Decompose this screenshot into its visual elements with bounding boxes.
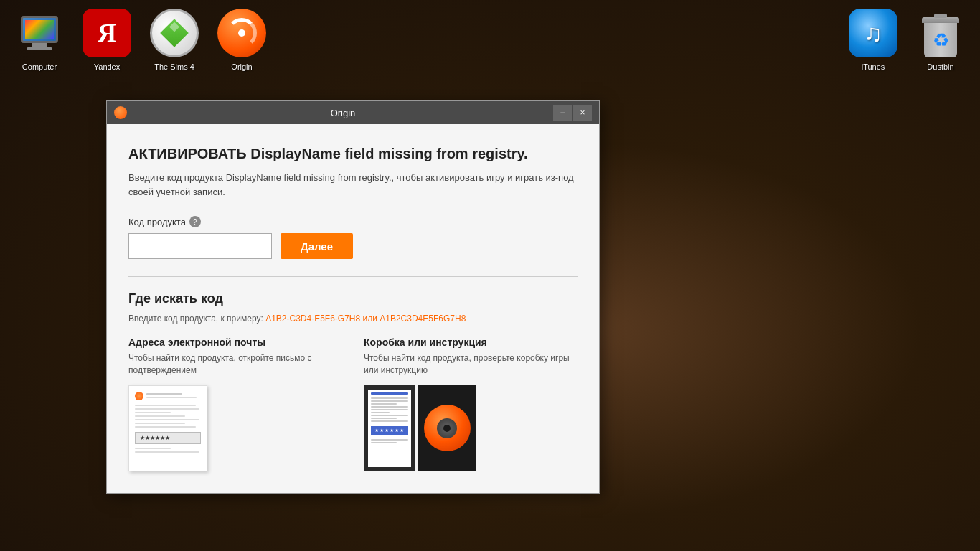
box-cd-case — [418, 385, 476, 471]
dustbin-icon: ♻ — [919, 9, 962, 57]
itunes-icon: ♫ — [849, 9, 897, 57]
computer-icon — [21, 16, 58, 50]
email-column: Адреса электронной почты Чтобы найти код… — [128, 336, 342, 471]
close-button[interactable]: × — [573, 105, 592, 121]
origin-desktop-icon — [217, 9, 266, 57]
where-columns: Адреса электронной почты Чтобы найти код… — [128, 336, 578, 471]
desktop-icon-yandex[interactable]: Я Yandex — [75, 3, 139, 76]
activate-title: АКТИВИРОВАТЬ DisplayName field missing f… — [128, 146, 578, 162]
box-document: ★★★★★★ — [364, 385, 415, 471]
email-mockup-image: ★★★★★★ — [128, 385, 207, 471]
desktop-icon-dustbin[interactable]: ♻ Dustbin — [908, 3, 973, 76]
product-key-input[interactable] — [128, 233, 272, 259]
box-col-desc: Чтобы найти код продукта, проверьте коро… — [364, 352, 578, 377]
email-col-desc: Чтобы найти код продукта, откройте письм… — [128, 352, 342, 377]
product-key-label: Код продукта ? — [128, 216, 578, 227]
email-col-title: Адреса электронной почты — [128, 336, 342, 348]
sims-icon-label: The Sims 4 — [154, 62, 194, 72]
minimize-button[interactable]: − — [553, 105, 572, 121]
sims-icon — [150, 9, 199, 57]
desktop-icon-sims[interactable]: The Sims 4 — [142, 3, 207, 76]
desktop-icon-itunes[interactable]: ♫ iTunes — [841, 3, 905, 76]
divider — [128, 276, 578, 277]
yandex-icon: Я — [83, 9, 131, 57]
origin-icon-label: Origin — [231, 62, 252, 72]
dustbin-icon-label: Dustbin — [927, 62, 953, 72]
yandex-icon-label: Yandex — [94, 62, 121, 72]
computer-icon-label: Computer — [22, 62, 57, 72]
where-desc: Введите код продукта, к примеру: A1B2-C3… — [128, 314, 578, 324]
help-icon[interactable]: ? — [189, 216, 201, 227]
box-col-title: Коробка или инструкция — [364, 336, 578, 348]
where-to-find-title: Где искать код — [128, 291, 578, 306]
email-code-box: ★★★★★★ — [135, 432, 201, 444]
itunes-icon-label: iTunes — [862, 62, 885, 72]
window-title: Origin — [133, 108, 553, 118]
window-controls: − × — [553, 105, 592, 121]
desktop-icon-origin[interactable]: Origin — [209, 3, 274, 76]
activate-desc: Введите код продукта DisplayName field m… — [128, 171, 578, 199]
box-mockups-image: ★★★★★★ — [364, 385, 578, 471]
box-column: Коробка или инструкция Чтобы найти код п… — [364, 336, 578, 471]
window-origin-icon — [114, 106, 127, 119]
window-content: АКТИВИРОВАТЬ DisplayName field missing f… — [107, 124, 599, 493]
input-row: Далее — [128, 233, 578, 259]
next-button[interactable]: Далее — [281, 233, 353, 259]
example-code: A1B2-C3D4-E5F6-G7H8 или A1B2C3D4E5F6G7H8 — [265, 314, 466, 324]
email-origin-dot — [135, 392, 143, 400]
origin-window: Origin − × АКТИВИРОВАТЬ DisplayName fiel… — [106, 100, 600, 494]
desktop-icon-computer[interactable]: Computer — [7, 3, 72, 76]
window-titlebar[interactable]: Origin − × — [107, 101, 599, 124]
desktop-taskbar: Computer Я Yandex The Sims 4 Origin ♫ — [0, 0, 980, 93]
